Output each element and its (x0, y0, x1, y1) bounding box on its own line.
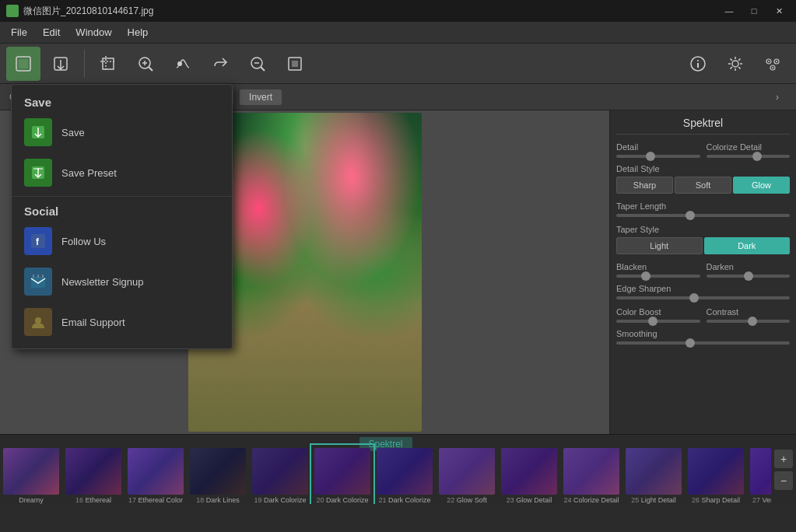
colorize-detail-thumb[interactable] (752, 152, 762, 161)
film-thumb-dark20 (314, 448, 370, 495)
app-icon (6, 5, 19, 17)
film-item-light25[interactable]: 25 Light Detail (622, 445, 685, 504)
blacken-label: Blacken (616, 262, 700, 271)
newsletter-menu-item[interactable]: Newsletter Signup (12, 261, 232, 302)
menu-help[interactable]: Help (120, 22, 156, 44)
close-button[interactable]: ✕ (768, 3, 790, 19)
invert-button[interactable]: Invert (240, 89, 282, 105)
smoothing-label: Smoothing (616, 329, 790, 338)
film-item-dark19[interactable]: 19 Dark Colorize (249, 445, 311, 504)
curve-tool-button[interactable] (166, 47, 200, 81)
redo-button[interactable] (203, 47, 237, 81)
canvas-tool-button[interactable] (6, 47, 40, 81)
colorize-detail-slider[interactable] (707, 155, 791, 158)
taper-length-row: Taper Length (616, 201, 790, 217)
save-section-title: Save (12, 91, 232, 112)
svg-point-11 (177, 61, 182, 66)
minimize-button[interactable]: — (718, 3, 740, 19)
zoom-out-button[interactable] (240, 47, 275, 81)
svg-line-13 (261, 67, 265, 71)
email-support-icon (24, 308, 52, 336)
film-item-col24[interactable]: 24 Colorize Detail (560, 445, 622, 504)
svg-rect-16 (292, 61, 298, 67)
filmstrip-scroll: Spektrel Dreamy16 Ethereal17 Ethereal Co… (0, 435, 771, 504)
film-item-glow23[interactable]: 23 Glow Detail (498, 445, 560, 504)
film-thumb-col24 (563, 448, 619, 495)
email-support-menu-item[interactable]: Email Support (12, 302, 232, 342)
detail-style-row: Detail Style Sharp Soft Glow (616, 164, 790, 194)
film-item-dark18[interactable]: 18 Dark Lines (187, 445, 249, 504)
blacken-control: Blacken (616, 262, 700, 284)
film-item-sharp26[interactable]: 26 Sharp Detail (685, 445, 747, 504)
menu-window[interactable]: Window (68, 22, 119, 44)
film-thumb-dreamy (3, 448, 59, 495)
soft-style-button[interactable]: Soft (675, 177, 731, 194)
film-label-glow22: 22 Glow Soft (445, 496, 489, 504)
colorboost-thumb[interactable] (648, 317, 657, 326)
svg-rect-4 (103, 58, 114, 69)
save-menu-item[interactable]: Save (12, 112, 232, 152)
film-item-glow22[interactable]: 22 Glow Soft (436, 445, 498, 504)
svg-point-20 (732, 61, 738, 67)
menu-file[interactable]: File (3, 22, 35, 44)
film-item-very27[interactable]: 27 Very Detailed (747, 445, 771, 504)
film-item-eth17[interactable]: 17 Ethereal Color (124, 445, 187, 504)
taper-length-slider[interactable] (616, 214, 790, 217)
maximize-button[interactable]: □ (743, 3, 765, 19)
follow-us-menu-item[interactable]: f Follow Us (12, 221, 232, 261)
film-item-eth16[interactable]: 16 Ethereal (62, 445, 124, 504)
detail-style-buttons: Sharp Soft Glow (616, 177, 790, 194)
menu-divider-1 (12, 196, 232, 197)
save-preset-menu-item[interactable]: Save Preset (12, 152, 232, 193)
detail-colorize-row: Detail Colorize Detail (616, 142, 790, 164)
film-label-light25: 25 Light Detail (629, 496, 678, 504)
frame-tool-button[interactable] (278, 47, 312, 81)
detail-label: Detail (616, 142, 700, 152)
colorboost-slider[interactable] (616, 320, 700, 323)
film-item-dark21[interactable]: 21 Dark Colorize (373, 445, 436, 504)
newsletter-label: Newsletter Signup (61, 276, 144, 288)
film-item-dark20[interactable]: 20 Dark Colorize (311, 445, 373, 504)
blacken-slider[interactable] (616, 275, 700, 278)
menu-edit[interactable]: Edit (35, 22, 68, 44)
glow-style-button[interactable]: Glow (733, 177, 790, 194)
contrast-control: Contrast (707, 307, 791, 329)
save-icon (24, 118, 52, 146)
save-dropdown-menu: Save Save Save Preset Social f Follow Us… (11, 84, 233, 349)
contrast-slider[interactable] (707, 320, 791, 323)
contrast-label: Contrast (707, 307, 791, 317)
filmstrip-controls: + − (771, 435, 796, 504)
edge-sharpen-slider[interactable] (616, 296, 790, 299)
dark-taper-button[interactable]: Dark (704, 237, 791, 254)
settings-button[interactable] (718, 47, 752, 81)
light-taper-button[interactable]: Light (616, 237, 703, 254)
zoom-in-button[interactable] (128, 47, 163, 81)
info-button[interactable] (681, 47, 715, 81)
detail-thumb[interactable] (646, 152, 655, 161)
darken-thumb[interactable] (744, 271, 753, 281)
edge-sharpen-thumb[interactable] (689, 293, 699, 303)
titlebar: 微信图片_20210810144617.jpg — □ ✕ (0, 0, 796, 22)
contrast-thumb[interactable] (748, 317, 757, 326)
title-section: 微信图片_20210810144617.jpg (6, 5, 153, 18)
detail-slider[interactable] (616, 155, 700, 158)
smoothing-slider[interactable] (616, 341, 790, 345)
expand-button[interactable]: › (768, 88, 787, 107)
remove-preset-button[interactable]: − (774, 471, 793, 490)
toolbar-right (681, 47, 790, 81)
sharp-style-button[interactable]: Sharp (616, 177, 673, 194)
film-item-dreamy[interactable]: Dreamy (0, 445, 62, 504)
darken-slider[interactable] (707, 275, 791, 278)
save-tool-button[interactable] (44, 47, 78, 81)
svg-point-24 (768, 61, 770, 62)
panel-title: Spektrel (616, 117, 790, 135)
taper-length-thumb[interactable] (686, 211, 695, 220)
film-thumb-dark18 (190, 448, 246, 495)
smoothing-thumb[interactable] (686, 338, 695, 348)
crop-tool-button[interactable] (91, 47, 125, 81)
add-preset-button[interactable]: + (774, 450, 793, 468)
edge-sharpen-label: Edge Sharpen (616, 284, 790, 293)
fx-button[interactable] (756, 47, 790, 81)
menubar: File Edit Window Help (0, 22, 796, 44)
blacken-thumb[interactable] (641, 271, 650, 281)
